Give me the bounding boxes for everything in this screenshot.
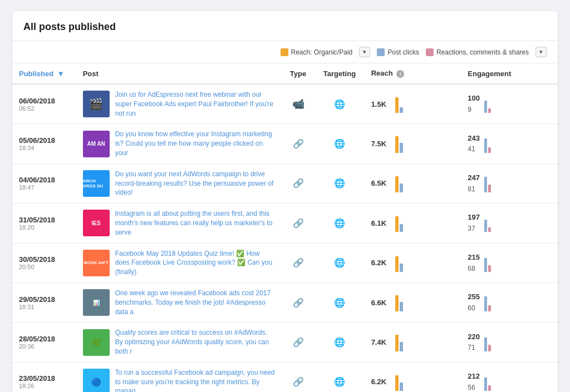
reach-bar-orange [395,335,399,351]
engagement-cell: 212 56 [461,362,558,392]
engagement-top: 215 [468,252,480,264]
engagement-bars [484,373,491,391]
eng-bar-blue [484,296,487,311]
engagement-bars [484,135,491,153]
reach-bar-blue [400,302,403,311]
engagement-bottom: 9 [468,105,480,115]
post-time: 18:20 [19,224,70,231]
post-text[interactable]: Instagram is all about putting the users… [115,209,275,237]
post-text[interactable]: One week ago we revealed Facebook ads co… [115,289,275,316]
engagement-bars [484,334,491,351]
date-cell: 31/05/2018 18:20 [12,204,76,243]
post-text[interactable]: To run a successful Facebook ad campaign… [115,368,275,392]
col-header-published[interactable]: Published ▼ [12,63,76,84]
targeting-cell: 🌐 [315,322,364,362]
targeting-cell: 🌐 [315,243,364,282]
eng-bar-pink [488,385,491,391]
globe-icon: 🌐 [334,298,345,307]
engagement-bars [484,95,491,113]
post-thumbnail: IES [83,210,110,236]
post-thumbnail: 🔵 [83,369,110,392]
post-text[interactable]: Do you know how effective your Instagram… [115,130,275,157]
post-thumbnail: ARCH ORDS SU [83,170,110,197]
engagement-bottom: 68 [468,264,480,274]
post-cell-td: 🔵 To run a successful Facebook ad campai… [76,362,282,392]
post-text[interactable]: Quality scores are critical to success o… [115,328,275,356]
post-time: 18:47 [19,184,70,191]
legend-clicks: Post clicks [377,48,419,56]
reach-bar-blue [400,224,403,232]
reactions-label: Reactions, comments & shares [436,48,529,56]
engagement-cell: 255 60 [461,282,558,322]
engagement-bottom: 41 [468,144,480,155]
engagement-bottom: 71 [468,343,480,353]
post-text[interactable]: Facebook May 2018 Updates Quiz time! ✅ H… [115,249,275,277]
link-type-icon: 🔗 [293,219,304,228]
link-type-icon: 🔗 [293,139,304,148]
post-time: 18:26 [19,383,70,389]
post-date: 05/06/2018 [19,136,70,145]
reach-bar-orange [395,216,399,232]
reach-bars [395,254,403,272]
eng-bar-pink [488,345,491,351]
eng-bar-pink [488,185,491,192]
post-date: 31/05/2018 [19,216,70,224]
legend-bar: Reach: Organic/Paid ▾ Post clicks Reacti… [12,41,558,63]
post-text[interactable]: Do you want your next AdWords campaign t… [115,170,275,197]
reach-info-icon[interactable]: i [396,70,404,78]
post-date: 30/05/2018 [19,255,70,264]
globe-icon: 🌐 [334,338,345,347]
link-type-icon: 🔗 [293,377,304,386]
post-cell-td: AM AN Do you know how effective your Ins… [76,124,282,163]
reactions-dropdown[interactable]: ▾ [535,47,547,57]
eng-bar-pink [488,147,491,153]
type-cell: 📹 [282,84,315,124]
link-type-icon: 🔗 [293,298,304,307]
reach-cell: 6.5K [365,163,461,203]
reach-dropdown[interactable]: ▾ [359,47,370,57]
targeting-cell: 🌐 [315,282,364,322]
clicks-swatch [377,48,385,56]
engagement-bottom: 56 [468,383,480,392]
reach-bar-orange [395,295,399,311]
table-row: 30/05/2018 20:50 BOOK AN'T Facebook May … [12,243,558,282]
link-type-icon: 🔗 [293,178,304,188]
type-cell: 🔗 [282,282,315,322]
reach-value: 6.1K [371,219,391,227]
reach-cell: 7.5K [365,124,461,163]
reach-bar-orange [395,176,399,192]
reach-bar-orange [395,136,399,153]
engagement-cell: 100 9 [461,84,558,124]
globe-icon: 🌐 [334,178,345,188]
engagement-top: 100 [468,93,480,105]
engagement-top: 247 [468,172,480,184]
post-cell-td: 🌿 Quality scores are critical to success… [76,322,282,362]
eng-bar-blue [484,378,487,391]
col-header-type: Type [282,63,315,84]
video-type-icon: 📹 [292,98,304,110]
reach-value: 7.4K [371,338,391,346]
table-row: 23/05/2018 18:26 🔵 To run a successful F… [12,362,558,392]
card-header: All posts published [12,11,558,41]
post-cell-td: IES Instagram is all about putting the u… [76,204,282,243]
post-cell-td: BOOK AN'T Facebook May 2018 Updates Quiz… [76,243,282,282]
type-cell: 🔗 [282,124,315,163]
post-time: 18:31 [19,304,70,310]
reach-bar-blue [400,342,403,351]
eng-bar-blue [484,101,487,113]
reach-bar-orange [395,256,399,272]
engagement-top: 220 [468,331,480,343]
engagement-cell: 197 37 [461,204,558,243]
post-time: 20:50 [19,264,70,270]
post-text[interactable]: Join us for AdEspresso next free webinar… [115,90,275,118]
table-row: 04/06/2018 18:47 ARCH ORDS SU Do you wan… [12,163,558,203]
post-thumbnail: 🌿 [83,329,110,356]
eng-bar-blue [484,220,487,232]
reach-value: 6.6K [371,299,391,307]
table-row: 06/06/2018 06:52 🎬 Join us for AdEspress… [12,84,558,124]
post-cell-td: 📊 One week ago we revealed Facebook ads … [76,282,282,322]
engagement-bars [484,254,491,272]
date-cell: 04/06/2018 18:47 [12,163,76,203]
engagement-bars [484,294,491,311]
post-time: 06:52 [19,105,70,112]
